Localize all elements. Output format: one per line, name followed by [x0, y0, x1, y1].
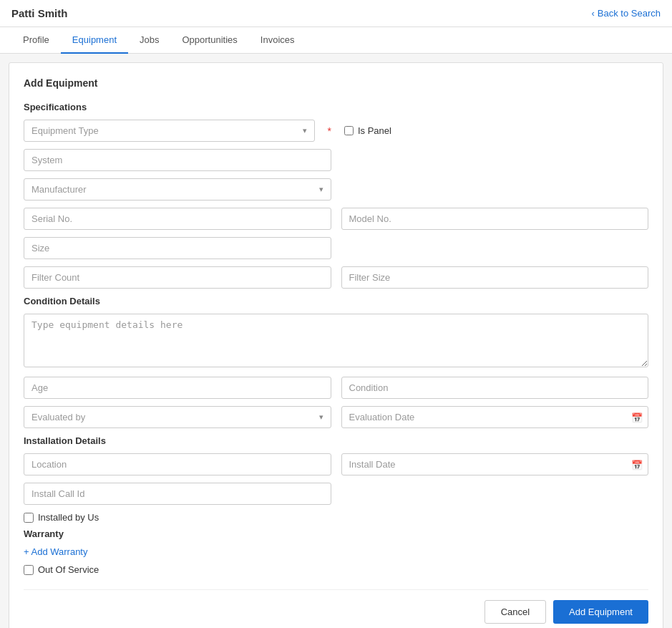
system-input[interactable]: [24, 149, 331, 171]
tab-equipment[interactable]: Equipment: [61, 27, 128, 54]
cancel-button[interactable]: Cancel: [484, 600, 546, 624]
location-installdate-row: 📅: [24, 453, 648, 475]
specifications-label: Specifications: [24, 102, 648, 112]
installed-by-us-row: Installed by Us: [24, 512, 648, 523]
equipment-type-placeholder: Equipment Type: [31, 125, 99, 136]
condition-input[interactable]: [341, 377, 649, 399]
back-to-search-link[interactable]: ‹ Back to Search: [592, 8, 661, 19]
system-row: [24, 149, 648, 171]
add-equipment-button[interactable]: Add Equipment: [553, 600, 648, 624]
evaluated-row: Evaluated by ▾ 📅: [24, 406, 648, 428]
tab-opportunities[interactable]: Opportunities: [170, 27, 248, 54]
location-input[interactable]: [24, 453, 331, 475]
is-panel-checkbox[interactable]: [344, 126, 354, 135]
equipment-type-select[interactable]: Equipment Type ▾: [24, 120, 315, 142]
out-of-service-row: Out Of Service: [24, 564, 648, 575]
install-call-id-input[interactable]: [24, 483, 331, 505]
out-of-service-label: Out Of Service: [38, 564, 99, 575]
add-warranty-label: + Add Warranty: [24, 546, 87, 557]
warranty-label: Warranty: [24, 528, 648, 539]
form-title: Add Equipment: [24, 77, 648, 89]
installation-details-label: Installation Details: [24, 435, 648, 446]
condition-details-textarea[interactable]: [24, 314, 648, 367]
equipment-type-row: Equipment Type ▾ * Is Panel: [24, 120, 648, 142]
install-date-input[interactable]: [341, 453, 649, 475]
filter-row: [24, 266, 648, 289]
back-link-label: Back to Search: [598, 8, 661, 19]
install-call-row: [24, 483, 648, 505]
add-warranty-link[interactable]: + Add Warranty: [24, 546, 87, 557]
tab-profile[interactable]: Profile: [11, 27, 61, 54]
install-date-wrapper: 📅: [341, 453, 649, 475]
back-chevron-icon: ‹: [592, 8, 595, 19]
evaluation-date-input[interactable]: [341, 406, 649, 428]
condition-textarea-row: [24, 314, 648, 369]
age-condition-row: [24, 377, 648, 399]
serial-no-input[interactable]: [24, 208, 331, 230]
manufacturer-row: Manufacturer ▾: [24, 178, 648, 201]
size-input[interactable]: [24, 237, 331, 259]
add-equipment-form: Add Equipment Specifications Equipment T…: [9, 62, 663, 628]
page-header: Patti Smith ‹ Back to Search: [0, 0, 672, 27]
installed-by-us-checkbox[interactable]: [24, 513, 34, 523]
is-panel-label: Is Panel: [358, 125, 391, 136]
evaluation-date-wrapper: 📅: [341, 406, 649, 428]
out-of-service-checkbox[interactable]: [24, 565, 34, 575]
filter-count-input[interactable]: [24, 266, 331, 289]
condition-details-label: Condition Details: [24, 296, 648, 306]
manufacturer-placeholder: Manufacturer: [31, 184, 87, 195]
size-row: [24, 237, 648, 259]
tab-jobs[interactable]: Jobs: [128, 27, 170, 54]
nav-tabs: Profile Equipment Jobs Opportunities Inv…: [0, 27, 672, 54]
chevron-down-icon: ▾: [303, 126, 307, 135]
user-name: Patti Smith: [11, 7, 67, 19]
evaluated-by-select[interactable]: Evaluated by ▾: [24, 406, 331, 428]
is-panel-row: Is Panel: [344, 125, 391, 136]
evaluated-by-chevron-icon: ▾: [319, 412, 323, 422]
serial-model-row: [24, 208, 648, 230]
age-input[interactable]: [24, 377, 331, 399]
filter-size-input[interactable]: [341, 266, 649, 289]
model-no-input[interactable]: [341, 208, 649, 230]
manufacturer-chevron-icon: ▾: [319, 185, 323, 194]
manufacturer-select[interactable]: Manufacturer ▾: [24, 178, 331, 201]
footer-buttons: Cancel Add Equipment: [24, 589, 648, 624]
required-star: *: [328, 125, 331, 137]
installed-by-us-label: Installed by Us: [38, 512, 99, 523]
tab-invoices[interactable]: Invoices: [249, 27, 306, 54]
evaluated-by-placeholder: Evaluated by: [31, 412, 85, 422]
